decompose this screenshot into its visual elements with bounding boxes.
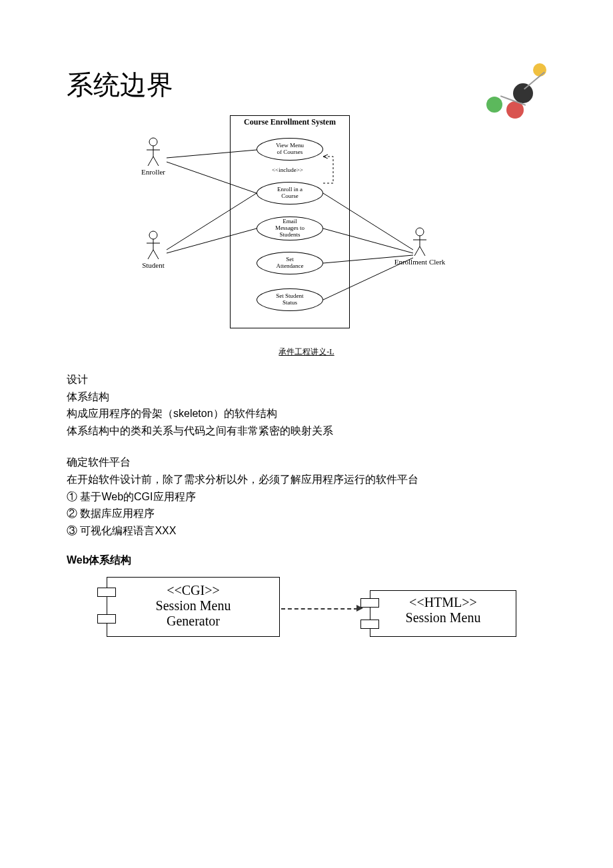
list-item: ① 基于Web的CGI应用程序 [67,488,546,506]
web-arch-heading: Web体系结构 [67,554,546,568]
text-line: 体系结构中的类和关系与代码之间有非常紧密的映射关系 [67,422,546,440]
stick-figure-icon [410,226,430,256]
page-title: 系统边界 [67,67,546,103]
molecule-decoration [480,60,566,120]
component-name: Session Menu [406,610,481,625]
actor-enroller: Enroller [133,137,173,176]
text-line: 构成应用程序的骨架（skeleton）的软件结构 [67,405,546,422]
atom-dark [513,83,533,103]
component-html: <<HTML>> Session Menu [370,590,516,637]
list-item: ③ 可视化编程语言XXX [67,522,546,540]
text-line: 在开始软件设计前，除了需求分析以外，必须了解应用程序运行的软件平台 [67,471,546,488]
usecase-enroll: Enroll in aCourse [257,182,323,205]
svg-line-22 [420,246,425,256]
atom-green [486,97,502,113]
stereotype-label: <<CGI>> [167,583,220,598]
system-title: Course Enrollment System [231,116,349,127]
stereotype-label: <<HTML>> [409,595,477,610]
svg-line-16 [148,250,153,259]
component-name: Session MenuGenerator [156,598,231,628]
stick-figure-icon [143,137,163,167]
figure-caption: 承件工程讲义-L [67,346,546,358]
actor-clerk: Enrollment Clerk [393,226,446,266]
dependency-arrow [281,608,358,610]
component-port [97,588,116,597]
svg-point-8 [149,138,157,146]
body-text-block: 设计 体系结构 构成应用程序的骨架（skeleton）的软件结构 体系结构中的类… [67,371,546,539]
component-port [360,598,379,608]
component-cgi: <<CGI>> Session MenuGenerator [107,577,280,637]
list-item: ② 数据库应用程序 [67,505,546,522]
svg-line-17 [153,250,159,259]
text-line: 设计 [67,371,546,388]
actor-student: Student [133,230,173,269]
svg-line-12 [153,157,159,166]
text-line: 体系结构 [67,388,546,406]
page-content: 系统边界 Course Enrollme [67,67,546,678]
stick-figure-icon [143,230,163,260]
spacer [67,439,546,454]
text-line: 确定软件平台 [67,454,546,471]
svg-point-13 [149,231,157,239]
component-port [360,620,379,629]
svg-line-11 [148,157,153,166]
arrow-head-icon [356,605,363,612]
actor-label: Enroller [133,168,173,176]
usecase-status: Set StudentStatus [257,288,323,311]
component-port [97,614,116,624]
actor-label: Student [133,261,173,269]
usecase-view: View Menuof Courses [257,138,323,161]
include-stereotype: <<include>> [272,167,303,173]
svg-point-18 [416,228,424,236]
usecase-email: EmailMessages toStudents [257,217,323,240]
svg-line-21 [414,246,420,256]
usecase-diagram: Course Enrollment System Enroller Studen… [127,110,486,330]
usecase-attendance: SetAttendance [257,252,323,274]
actor-label: Enrollment Clerk [393,258,446,266]
web-arch-diagram: <<CGI>> Session MenuGenerator <<HTML>> S… [67,572,533,678]
